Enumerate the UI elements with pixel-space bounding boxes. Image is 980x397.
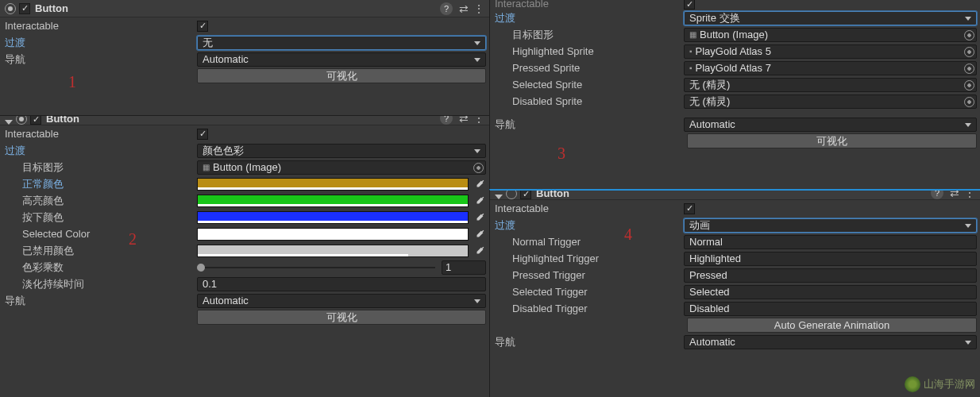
- disabled-sprite-label: Disabled Sprite: [495, 95, 684, 107]
- object-picker-icon[interactable]: [963, 47, 974, 58]
- interactable-checkbox[interactable]: ✓: [197, 129, 208, 140]
- navigation-dropdown[interactable]: Automatic: [197, 52, 486, 67]
- component-header[interactable]: ✓ Button ? ⇄ ⋮: [490, 191, 980, 200]
- eyedropper-icon[interactable]: [473, 195, 486, 207]
- target-radio-icon[interactable]: [16, 116, 27, 125]
- button-inspector-panel-4: ✓ Button ? ⇄ ⋮ Interactable ✓ 过渡 动画 Norm…: [489, 189, 980, 397]
- visualize-button[interactable]: 可视化: [687, 133, 977, 148]
- normal-color-swatch[interactable]: [197, 178, 469, 191]
- foldout-arrow-icon[interactable]: [5, 120, 13, 125]
- disabled-color-swatch[interactable]: [197, 245, 469, 257]
- navigation-dropdown[interactable]: Automatic: [684, 335, 977, 349]
- pressed-color-swatch[interactable]: [197, 211, 469, 224]
- visualize-button[interactable]: 可视化: [197, 310, 486, 325]
- transition-label: 过渡: [5, 144, 197, 158]
- transition-dropdown[interactable]: 动画: [684, 218, 977, 233]
- enable-checkbox[interactable]: ✓: [19, 3, 30, 14]
- selected-trigger-field[interactable]: Selected: [684, 285, 977, 299]
- watermark-logo-icon: [905, 376, 920, 392]
- component-title: Button: [536, 191, 926, 199]
- interactable-label: Interactable: [5, 20, 197, 32]
- selected-color-swatch[interactable]: [197, 228, 469, 241]
- enable-checkbox[interactable]: ✓: [30, 116, 41, 125]
- navigation-dropdown[interactable]: Automatic: [197, 294, 486, 308]
- eyedropper-icon[interactable]: [473, 178, 486, 191]
- color-multiplier-value[interactable]: 1: [442, 260, 486, 275]
- component-header[interactable]: ✓ Button ? ⇄ ⋮: [0, 0, 489, 17]
- target-graphic-field[interactable]: ▦Button (Image): [197, 160, 486, 175]
- transition-dropdown[interactable]: 无: [197, 36, 486, 50]
- interactable-checkbox[interactable]: ✓: [684, 0, 695, 10]
- object-picker-icon[interactable]: [963, 97, 974, 108]
- target-graphic-field[interactable]: ▦Button (Image): [684, 28, 977, 42]
- navigation-dropdown[interactable]: Automatic: [684, 118, 977, 132]
- preset-icon[interactable]: ⇄: [459, 116, 467, 125]
- image-icon: ▦: [689, 30, 696, 39]
- selected-color-label: Selected Color: [5, 228, 197, 240]
- enable-checkbox[interactable]: ✓: [520, 191, 531, 199]
- object-picker-icon[interactable]: [963, 64, 974, 75]
- menu-icon[interactable]: ⋮: [473, 116, 484, 125]
- selected-sprite-field[interactable]: 无 (精灵): [684, 78, 977, 92]
- selected-sprite-label: Selected Sprite: [495, 79, 684, 91]
- color-multiplier-label: 色彩乘数: [5, 260, 197, 275]
- highlight-color-swatch[interactable]: [197, 195, 469, 207]
- help-icon[interactable]: ?: [440, 116, 453, 125]
- watermark: 山海手游网: [905, 376, 975, 392]
- object-picker-icon[interactable]: [473, 163, 484, 174]
- transition-dropdown[interactable]: Sprite 交换: [684, 11, 977, 25]
- highlighted-trigger-label: Highlighted Trigger: [495, 252, 684, 264]
- pressed-trigger-label: Pressed Trigger: [495, 269, 684, 281]
- auto-generate-animation-button[interactable]: Auto Generate Animation: [687, 318, 977, 333]
- component-header[interactable]: ✓ Button ? ⇄ ⋮: [0, 116, 489, 125]
- interactable-checkbox[interactable]: ✓: [684, 203, 695, 214]
- foldout-arrow-icon[interactable]: [495, 195, 503, 199]
- interactable-label: Interactable: [5, 128, 197, 140]
- fade-duration-field[interactable]: 0.1: [197, 277, 486, 291]
- transition-dropdown[interactable]: 颜色色彩: [197, 144, 486, 158]
- target-graphic-label: 目标图形: [5, 160, 197, 175]
- highlighted-trigger-field[interactable]: Highlighted: [684, 252, 977, 266]
- pressed-sprite-label: Pressed Sprite: [495, 62, 684, 74]
- menu-icon[interactable]: ⋮: [473, 2, 484, 15]
- disabled-trigger-field[interactable]: Disabled: [684, 302, 977, 316]
- annotation-2: 2: [129, 230, 137, 249]
- highlighted-sprite-field[interactable]: ▪PlayGold Atlas 5: [684, 44, 977, 59]
- menu-icon[interactable]: ⋮: [964, 191, 975, 199]
- button-inspector-panel-2: ✓ Button ? ⇄ ⋮ Interactable ✓ 过渡 颜色色彩 目标…: [0, 115, 489, 385]
- transition-label: 过渡: [495, 218, 684, 233]
- object-picker-icon[interactable]: [963, 80, 974, 91]
- eyedropper-icon[interactable]: [473, 211, 486, 224]
- sprite-icon: ▪: [689, 47, 693, 56]
- help-icon[interactable]: ?: [931, 191, 943, 199]
- target-radio-icon[interactable]: [5, 3, 16, 14]
- navigation-label: 导航: [495, 118, 684, 132]
- pressed-trigger-field[interactable]: Pressed: [684, 268, 977, 283]
- disabled-trigger-label: Disabled Trigger: [495, 303, 684, 314]
- interactable-label-cut: Interactable: [495, 0, 684, 10]
- annotation-4: 4: [624, 225, 632, 244]
- pressed-color-label: 按下颜色: [5, 210, 197, 225]
- component-title: Button: [35, 2, 435, 14]
- target-graphic-label: 目标图形: [495, 28, 684, 42]
- pressed-sprite-field[interactable]: ▪PlayGold Atlas 7: [684, 61, 977, 75]
- disabled-sprite-field[interactable]: 无 (精灵): [684, 94, 977, 109]
- target-radio-icon[interactable]: [506, 191, 517, 199]
- button-inspector-panel-1: ✓ Button ? ⇄ ⋮ Interactable ✓ 过渡 无 导航 Au…: [0, 0, 489, 115]
- visualize-button[interactable]: 可视化: [197, 68, 486, 83]
- transition-label: 过渡: [5, 36, 197, 50]
- navigation-label: 导航: [495, 335, 684, 349]
- selected-trigger-label: Selected Trigger: [495, 286, 684, 298]
- image-icon: ▦: [203, 163, 210, 172]
- navigation-label: 导航: [5, 294, 197, 308]
- preset-icon[interactable]: ⇄: [459, 2, 467, 15]
- interactable-checkbox[interactable]: ✓: [197, 21, 208, 32]
- color-multiplier-slider[interactable]: [197, 262, 435, 273]
- normal-trigger-field[interactable]: Normal: [684, 235, 977, 249]
- help-icon[interactable]: ?: [440, 2, 453, 15]
- object-picker-icon[interactable]: [963, 30, 974, 41]
- annotation-1: 1: [68, 73, 76, 91]
- eyedropper-icon[interactable]: [473, 245, 486, 257]
- preset-icon[interactable]: ⇄: [950, 191, 958, 199]
- eyedropper-icon[interactable]: [473, 228, 486, 241]
